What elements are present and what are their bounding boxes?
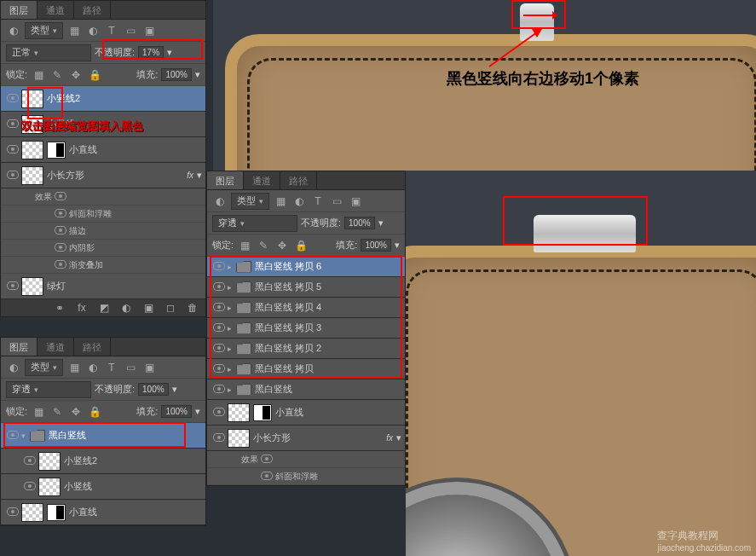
fill-input[interactable]: 100% bbox=[161, 68, 192, 81]
kind-filter-dropdown[interactable]: 类型▾ bbox=[231, 193, 269, 210]
layer-name[interactable]: 小竖线 bbox=[64, 480, 202, 493]
layer-row[interactable]: 小长方形 fx ▾ bbox=[207, 426, 405, 451]
layer-thumbnail[interactable] bbox=[21, 166, 43, 185]
blend-mode-dropdown[interactable]: 穿透▾ bbox=[6, 381, 91, 398]
effects-header[interactable]: 效果 bbox=[207, 451, 405, 468]
filter-adjust-icon[interactable]: ◐ bbox=[291, 194, 307, 209]
tab-layers[interactable]: 图层 bbox=[207, 171, 244, 189]
filter-adjust-icon[interactable]: ◐ bbox=[85, 360, 101, 375]
tab-layers[interactable]: 图层 bbox=[1, 338, 38, 356]
effect-item[interactable]: 斜面和浮雕 bbox=[207, 468, 405, 485]
layer-thumbnail[interactable] bbox=[21, 503, 43, 522]
opacity-input[interactable]: 100% bbox=[344, 217, 375, 229]
disclosure-icon[interactable]: ▾ bbox=[21, 431, 30, 440]
layer-row[interactable]: 小直线 bbox=[207, 400, 405, 426]
tab-paths[interactable]: 路径 bbox=[74, 338, 111, 356]
lock-transparent-icon[interactable]: ▦ bbox=[31, 67, 46, 83]
layer-row[interactable]: 小长方形 fx ▾ bbox=[1, 163, 205, 188]
disclosure-icon[interactable]: ▸ bbox=[228, 283, 236, 292]
visibility-toggle[interactable] bbox=[4, 94, 21, 104]
fill-chevron-icon[interactable]: ▾ bbox=[395, 240, 400, 251]
layer-name[interactable]: 小直线 bbox=[69, 143, 202, 156]
layer-row[interactable]: 小竖线 bbox=[1, 474, 205, 500]
group-name[interactable]: 黑白竖线 拷贝 bbox=[255, 362, 401, 375]
layer-row[interactable]: 绿灯 bbox=[1, 274, 205, 299]
visibility-toggle[interactable] bbox=[4, 507, 21, 518]
group-row[interactable]: ▾ 黑白竖线 bbox=[1, 423, 205, 449]
fx-chevron-icon[interactable]: ▾ bbox=[396, 432, 401, 443]
disclosure-icon[interactable]: ▸ bbox=[228, 263, 236, 271]
effect-item[interactable]: 斜面和浮雕 bbox=[1, 206, 205, 223]
filter-smart-icon[interactable]: ▣ bbox=[348, 194, 363, 209]
filter-text-icon[interactable]: T bbox=[310, 194, 326, 209]
group-row[interactable]: ▸黑白竖线 拷贝 3 bbox=[207, 318, 405, 339]
filter-shape-icon[interactable]: ▭ bbox=[123, 360, 138, 375]
lock-all-icon[interactable]: 🔒 bbox=[87, 404, 102, 420]
visibility-toggle[interactable] bbox=[4, 431, 21, 441]
layer-name[interactable]: 小长方形 bbox=[253, 431, 386, 444]
group-name[interactable]: 黑白竖线 bbox=[255, 383, 401, 396]
kind-filter-dropdown[interactable]: 类型▾ bbox=[25, 359, 63, 376]
lock-all-icon[interactable]: 🔒 bbox=[87, 67, 102, 83]
trash-icon[interactable]: 🗑 bbox=[185, 300, 200, 316]
layer-thumbnail[interactable] bbox=[38, 478, 61, 496]
opacity-chevron-icon[interactable]: ▾ bbox=[172, 384, 177, 395]
lock-transparent-icon[interactable]: ▦ bbox=[237, 238, 252, 253]
opacity-chevron-icon[interactable]: ▾ bbox=[167, 47, 172, 58]
lock-move-icon[interactable]: ✥ bbox=[68, 404, 84, 420]
blend-mode-dropdown[interactable]: 正常▾ bbox=[6, 44, 91, 61]
opacity-chevron-icon[interactable]: ▾ bbox=[378, 217, 384, 229]
visibility-toggle[interactable] bbox=[4, 171, 21, 181]
effect-item[interactable]: 渐变叠加 bbox=[1, 257, 205, 274]
fx-badge[interactable]: fx bbox=[187, 171, 193, 180]
lock-paint-icon[interactable]: ✎ bbox=[49, 404, 65, 420]
opacity-input[interactable]: 100% bbox=[138, 383, 169, 396]
fill-chevron-icon[interactable]: ▾ bbox=[195, 406, 200, 417]
fx-button-icon[interactable]: fx bbox=[74, 300, 89, 316]
layer-name[interactable]: 小直线 bbox=[275, 406, 401, 419]
disclosure-icon[interactable]: ▸ bbox=[228, 304, 236, 312]
kind-filter-dropdown[interactable]: 类型▾ bbox=[25, 22, 63, 39]
layer-row[interactable]: 小直线 bbox=[1, 500, 205, 525]
lock-move-icon[interactable]: ✥ bbox=[274, 238, 290, 253]
filter-shape-icon[interactable]: ▭ bbox=[123, 23, 138, 38]
visibility-toggle[interactable] bbox=[211, 303, 228, 313]
group-row[interactable]: ▸黑白竖线 拷贝 4 bbox=[207, 298, 405, 318]
layer-thumbnail[interactable] bbox=[228, 403, 250, 422]
filter-lens-icon[interactable]: ◐ bbox=[6, 23, 21, 38]
visibility-toggle[interactable] bbox=[211, 408, 228, 418]
group-name[interactable]: 黑白竖线 拷贝 3 bbox=[255, 321, 401, 334]
filter-pixel-icon[interactable]: ▦ bbox=[273, 194, 288, 209]
visibility-toggle[interactable] bbox=[4, 145, 21, 155]
visibility-toggle[interactable] bbox=[211, 282, 228, 292]
layer-row[interactable]: 小竖线2 bbox=[1, 86, 205, 112]
lock-paint-icon[interactable]: ✎ bbox=[256, 238, 271, 253]
effect-item[interactable]: 描边 bbox=[1, 223, 205, 240]
fill-chevron-icon[interactable]: ▾ bbox=[195, 69, 200, 80]
disclosure-icon[interactable]: ▸ bbox=[228, 365, 236, 374]
layer-name[interactable]: 小长方形 bbox=[47, 169, 187, 182]
blend-mode-dropdown[interactable]: 穿透▾ bbox=[212, 215, 297, 232]
visibility-toggle[interactable] bbox=[4, 119, 21, 130]
group-name[interactable]: 黑白竖线 拷贝 6 bbox=[255, 260, 401, 273]
layer-thumbnail[interactable] bbox=[21, 277, 43, 296]
filter-lens-icon[interactable]: ◐ bbox=[6, 360, 21, 375]
layer-name[interactable]: 绿灯 bbox=[47, 280, 202, 292]
lock-paint-icon[interactable]: ✎ bbox=[49, 67, 65, 83]
filter-text-icon[interactable]: T bbox=[104, 360, 119, 375]
tab-channels[interactable]: 通道 bbox=[38, 1, 74, 19]
fx-chevron-icon[interactable]: ▾ bbox=[197, 170, 202, 181]
tab-channels[interactable]: 通道 bbox=[244, 171, 280, 189]
layer-name[interactable]: 小竖线2 bbox=[64, 455, 202, 467]
tab-layers[interactable]: 图层 bbox=[1, 1, 38, 19]
filter-lens-icon[interactable]: ◐ bbox=[212, 194, 228, 209]
layer-thumbnail[interactable] bbox=[228, 429, 250, 448]
disclosure-icon[interactable]: ▸ bbox=[228, 324, 236, 333]
lock-move-icon[interactable]: ✥ bbox=[68, 67, 84, 83]
visibility-toggle[interactable] bbox=[211, 364, 228, 374]
layer-name[interactable]: 小直线 bbox=[69, 506, 202, 518]
mask-thumbnail[interactable] bbox=[253, 404, 272, 421]
filter-pixel-icon[interactable]: ▦ bbox=[66, 23, 82, 38]
tab-paths[interactable]: 路径 bbox=[74, 1, 111, 19]
visibility-toggle[interactable] bbox=[211, 262, 228, 272]
